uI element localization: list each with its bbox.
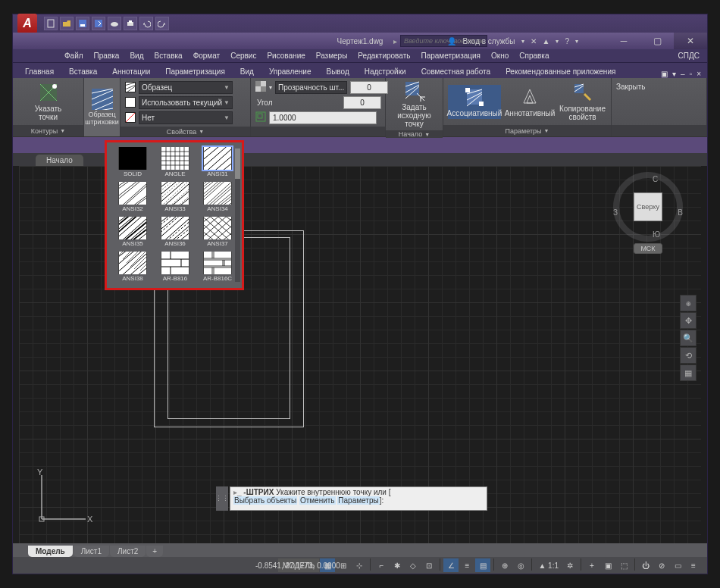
login-link[interactable]: Вход в службы <box>462 37 515 45</box>
panel-title-origin[interactable]: Начало▼ <box>386 130 443 138</box>
menu-insert[interactable]: Вставка <box>154 52 182 60</box>
viewcube-face[interactable]: Сверху <box>634 192 662 221</box>
panel-title-props[interactable]: Свойства▼ <box>121 127 250 136</box>
tab-output[interactable]: Вывод <box>319 65 357 78</box>
menu-help[interactable]: Справка <box>519 52 549 60</box>
menu-format[interactable]: Формат <box>193 52 221 60</box>
status-hw-icon[interactable]: ⏻ <box>638 558 653 572</box>
hatch-pattern-button[interactable]: Образец штриховки <box>86 89 119 127</box>
app-logo[interactable]: A <box>17 14 37 33</box>
status-otrack-icon[interactable]: ∠ <box>443 558 459 572</box>
menu-modify[interactable]: Редактировать <box>358 52 410 60</box>
tab-apps[interactable]: Рекомендованные приложения <box>498 65 623 78</box>
qat-open-icon[interactable] <box>60 17 74 30</box>
angle-input[interactable] <box>343 96 381 109</box>
hatch-pattern-ansi35[interactable]: ANSI35 <box>113 217 152 247</box>
menu-parametric[interactable]: Параметризация <box>421 52 481 60</box>
user-icon[interactable]: 👤 <box>447 37 456 45</box>
status-trans-icon[interactable]: ▤ <box>475 558 490 572</box>
ribbon-restore-icon[interactable]: – <box>681 70 685 78</box>
tab-insert[interactable]: Вставка <box>61 65 105 78</box>
ribbon-x-icon[interactable]: × <box>697 70 701 78</box>
tab-manage[interactable]: Управление <box>261 65 319 78</box>
status-scale-icon[interactable]: ▲ 1:1 <box>535 558 562 572</box>
close-editor-button[interactable]: Закрыть <box>616 83 646 91</box>
hatch-pattern-angle[interactable]: ANGLE <box>155 147 195 177</box>
color-combo[interactable]: Использовать текущий▼ <box>139 96 233 109</box>
tab-parametric[interactable]: Параметризация <box>158 65 233 78</box>
menu-file[interactable]: Файл <box>64 52 83 60</box>
hatch-pattern-ansi33[interactable]: ANSI33 <box>155 182 195 212</box>
hatch-pattern-ansi31[interactable]: ANSI31 <box>198 147 237 177</box>
layout-tab-model[interactable]: Модель <box>28 546 73 557</box>
transparency-combo[interactable]: Прозрачность шт... <box>275 81 347 94</box>
menu-edit[interactable]: Правка <box>94 52 120 60</box>
layout-tab-sheet2[interactable]: Лист2 <box>110 546 146 557</box>
minimize-button[interactable]: ─ <box>607 33 640 49</box>
menu-spds[interactable]: СПДС <box>678 52 700 60</box>
associative-button[interactable]: Ассоциативный <box>448 85 501 119</box>
viewcube[interactable]: Сверху С Ю З В МСК <box>610 172 686 263</box>
ribbon-expand-icon[interactable]: ▣ <box>661 70 668 78</box>
ribbon-min-icon[interactable]: ▾ <box>672 70 676 78</box>
status-iso-icon[interactable]: ◇ <box>405 558 421 572</box>
hatch-pattern-ansi34[interactable]: ANSI34 <box>198 182 237 212</box>
menu-window[interactable]: Окно <box>491 52 509 60</box>
qat-save-icon[interactable] <box>76 17 89 30</box>
cmd-opt-select[interactable]: Выбрать объекты <box>233 496 297 505</box>
nav-orbit-icon[interactable]: ⟲ <box>680 347 697 364</box>
hatch-pattern-ansi36[interactable]: ANSI36 <box>155 217 195 247</box>
ribbon-close-icon[interactable]: ▫ <box>690 70 693 78</box>
nav-pan-icon[interactable]: ✥ <box>680 312 697 329</box>
menu-dimensions[interactable]: Размеры <box>316 52 348 60</box>
hatch-pattern-ansi37[interactable]: ANSI37 <box>198 217 237 247</box>
maximize-button[interactable]: ▢ <box>640 33 674 49</box>
background-combo[interactable]: Нет▼ <box>139 111 233 124</box>
status-iso2-icon[interactable]: ⊘ <box>654 558 669 572</box>
exchange2-icon[interactable]: ▲ <box>543 37 550 45</box>
exchange-icon[interactable]: ✕ <box>531 37 537 45</box>
qat-cloud-icon[interactable] <box>108 17 121 30</box>
pattern-type-combo[interactable]: Образец▼ <box>139 81 233 94</box>
status-polar-icon[interactable]: ✱ <box>390 558 405 572</box>
cmd-handle-icon[interactable]: ⋮⋮ <box>216 486 228 511</box>
menu-draw[interactable]: Рисование <box>267 52 305 60</box>
help-icon[interactable]: ? <box>565 37 569 45</box>
hatch-pattern-ar-b816c[interactable]: AR-B816C <box>198 252 237 282</box>
nav-steering-icon[interactable]: ⎈ <box>680 295 697 311</box>
hatch-pattern-solid[interactable]: SOLID <box>113 147 152 177</box>
status-annomon-icon[interactable]: ◎ <box>513 558 528 572</box>
layout-tab-add[interactable]: + <box>146 546 163 557</box>
qat-new-icon[interactable] <box>44 17 58 30</box>
nav-zoom-icon[interactable]: 🔍 <box>680 330 697 346</box>
status-infer-icon[interactable]: ⊹ <box>352 558 367 572</box>
tab-collab[interactable]: Совместная работа <box>414 65 499 78</box>
qat-plot-icon[interactable] <box>124 17 137 30</box>
status-qp-icon[interactable]: ▣ <box>600 558 615 572</box>
picker-scrollbar[interactable] <box>235 149 240 282</box>
annotative-button[interactable]: Аннотативный <box>506 86 554 117</box>
nav-showmotion-icon[interactable]: ▦ <box>680 364 697 381</box>
pick-points-button[interactable]: Указать точки <box>28 82 69 121</box>
command-line[interactable]: ▸_ -ШТРИХ Укажите внутреннюю точку или [… <box>230 486 487 511</box>
layout-tab-sheet1[interactable]: Лист1 <box>74 546 109 557</box>
set-origin-button[interactable]: Задать исходную точку <box>394 80 435 128</box>
tab-annotate[interactable]: Аннотации <box>105 65 158 78</box>
cmd-opt-undo[interactable]: Отменить <box>299 496 336 505</box>
status-clean-icon[interactable]: ▭ <box>670 558 685 572</box>
status-ws-icon[interactable]: + <box>584 558 599 572</box>
menu-tools[interactable]: Сервис <box>230 52 256 60</box>
hatch-pattern-ansi32[interactable]: ANSI32 <box>113 182 152 212</box>
cmd-opt-settings[interactable]: Параметры <box>337 496 379 505</box>
status-cycle-icon[interactable]: ⊕ <box>497 558 512 572</box>
transparency-input[interactable] <box>350 81 388 94</box>
qat-undo-icon[interactable] <box>139 17 153 30</box>
tab-start[interactable]: Начало <box>36 155 83 166</box>
status-osnap-icon[interactable]: ⊡ <box>421 558 437 572</box>
status-gear-icon[interactable]: ✲ <box>562 558 578 572</box>
hatch-pattern-ar-b816[interactable]: AR-B816 <box>155 252 195 282</box>
close-button[interactable]: ✕ <box>674 33 707 49</box>
status-lwt-icon[interactable]: ≡ <box>459 558 474 572</box>
panel-title-options[interactable]: Параметры▼ <box>443 125 611 136</box>
status-ortho-icon[interactable]: ⌐ <box>374 558 389 572</box>
